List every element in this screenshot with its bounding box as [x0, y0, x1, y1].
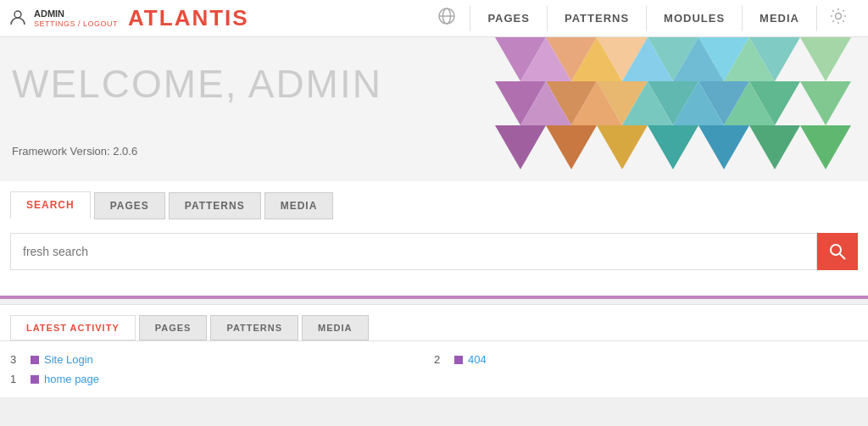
activity-count-2: 1	[10, 373, 31, 385]
settings-logout-link[interactable]: SETTINGS / LOGOUT	[34, 19, 118, 29]
activity-item-2: 1 home page	[10, 369, 434, 389]
gear-icon[interactable]	[817, 7, 860, 30]
nav-pages[interactable]: PAGES	[470, 12, 547, 25]
nav-modules[interactable]: MODULES	[647, 12, 742, 25]
activity-link-1[interactable]: Site Login	[44, 353, 93, 366]
svg-marker-33	[698, 125, 749, 169]
search-section: SEARCH PAGES PATTERNS MEDIA	[0, 181, 868, 299]
activity-content: 3 Site Login 1 home page 2 404	[0, 340, 868, 397]
svg-marker-23	[800, 81, 851, 125]
nav-media[interactable]: MEDIA	[743, 12, 816, 25]
header-user-section: ADMIN SETTINGS / LOGOUT	[8, 8, 118, 29]
tab-media-activity[interactable]: MEDIA	[302, 315, 368, 340]
search-input[interactable]	[10, 233, 817, 270]
username: ADMIN	[34, 8, 118, 19]
tab-pages-search[interactable]: PAGES	[94, 192, 165, 219]
activity-item-3: 2 404	[434, 350, 858, 369]
search-button[interactable]	[817, 233, 858, 270]
activity-link-2[interactable]: home page	[44, 373, 99, 385]
svg-marker-29	[495, 125, 546, 169]
activity-left-column: 3 Site Login 1 home page	[10, 350, 434, 389]
activity-item-1: 3 Site Login	[10, 350, 434, 369]
svg-marker-30	[546, 125, 597, 169]
svg-point-0	[14, 11, 21, 18]
svg-marker-35	[800, 125, 851, 169]
activity-section: LATEST ACTIVITY PAGES PATTERNS MEDIA 3 S…	[0, 304, 868, 397]
svg-point-36	[831, 245, 841, 255]
activity-dot-2	[31, 375, 39, 384]
user-info: ADMIN SETTINGS / LOGOUT	[34, 8, 118, 29]
svg-marker-34	[749, 125, 800, 169]
activity-dot-1	[31, 356, 39, 364]
activity-count-1: 3	[10, 353, 31, 366]
search-tabs-row: SEARCH PAGES PATTERNS MEDIA	[0, 181, 868, 219]
svg-line-37	[840, 254, 845, 259]
globe-icon[interactable]	[424, 7, 470, 30]
user-icon	[8, 8, 27, 27]
search-row	[10, 233, 858, 270]
activity-right-column: 2 404	[434, 350, 858, 389]
tab-media-search[interactable]: MEDIA	[264, 192, 334, 219]
tab-patterns-search[interactable]: PATTERNS	[169, 192, 261, 219]
activity-dot-3	[454, 356, 463, 364]
logo: ATLANTIS	[128, 5, 249, 31]
svg-marker-31	[597, 125, 648, 169]
tab-latest-activity[interactable]: LATEST ACTIVITY	[10, 315, 136, 340]
tab-search[interactable]: SEARCH	[10, 191, 91, 219]
hero-triangles	[444, 37, 868, 181]
activity-count-3: 2	[434, 353, 454, 366]
tab-pages-activity[interactable]: PAGES	[139, 315, 208, 340]
nav-patterns[interactable]: PATTERNS	[548, 12, 646, 25]
hero-section: WELCOME, ADMIN Framework Version: 2.0.6	[0, 37, 868, 181]
main-nav: PAGES PATTERNS MODULES MEDIA	[424, 6, 860, 31]
activity-link-3[interactable]: 404	[468, 353, 487, 366]
activity-tabs-row: LATEST ACTIVITY PAGES PATTERNS MEDIA	[0, 304, 868, 340]
header: ADMIN SETTINGS / LOGOUT ATLANTIS PAGES P…	[0, 0, 868, 37]
framework-version: Framework Version: 2.0.6	[12, 145, 137, 158]
search-icon	[829, 243, 846, 260]
svg-marker-32	[648, 125, 698, 169]
hero-title: WELCOME, ADMIN	[12, 61, 382, 107]
svg-point-4	[836, 14, 842, 19]
svg-marker-11	[800, 37, 851, 81]
tab-patterns-activity[interactable]: PATTERNS	[210, 315, 298, 340]
